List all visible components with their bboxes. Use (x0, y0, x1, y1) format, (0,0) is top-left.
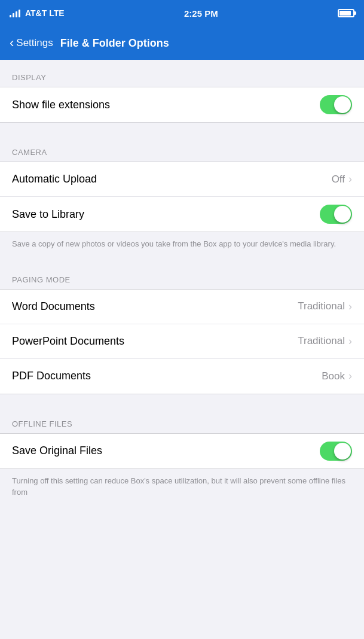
paging-mode-list-group: Word Documents Traditional › PowerPoint … (0, 289, 364, 394)
offline-files-section-header: OFFLINE FILES (0, 406, 364, 433)
automatic-upload-label: Automatic Upload (12, 173, 97, 185)
show-file-extensions-toggle[interactable] (320, 95, 352, 114)
offline-files-section: OFFLINE FILES Save Original Files Turnin… (0, 406, 364, 510)
back-chevron-icon: ‹ (10, 36, 14, 50)
back-button[interactable]: ‹ Settings (10, 36, 53, 50)
camera-section-header: CAMERA (0, 135, 364, 162)
powerpoint-documents-right: Traditional › (298, 335, 352, 348)
powerpoint-documents-chevron-icon: › (348, 335, 352, 348)
paging-mode-section: PAGING MODE Word Documents Traditional ›… (0, 262, 364, 394)
show-file-extensions-label: Show file extensions (12, 99, 110, 111)
word-documents-right: Traditional › (298, 300, 352, 313)
automatic-upload-item[interactable]: Automatic Upload Off › (0, 162, 364, 197)
save-to-library-item[interactable]: Save to Library (0, 197, 364, 232)
save-to-library-toggle[interactable] (320, 205, 352, 224)
save-original-files-label: Save Original Files (12, 445, 102, 457)
automatic-upload-chevron-icon: › (348, 173, 352, 185)
word-documents-item[interactable]: Word Documents Traditional › (0, 290, 364, 324)
time-label: 2:25 PM (184, 8, 218, 19)
paging-mode-section-header: PAGING MODE (0, 262, 364, 289)
pdf-documents-label: PDF Documents (12, 370, 91, 382)
save-to-library-toggle-knob (334, 206, 351, 223)
pdf-documents-right: Book › (322, 370, 352, 382)
display-section-header: DISPLAY (0, 60, 364, 87)
back-label: Settings (16, 37, 53, 49)
save-original-files-toggle-knob (334, 443, 351, 460)
camera-section: CAMERA Automatic Upload Off › Save to Li… (0, 135, 364, 262)
powerpoint-documents-value: Traditional (298, 335, 345, 347)
save-to-library-description: Save a copy of new photos or videos you … (0, 232, 364, 262)
signal-icon (10, 9, 20, 17)
status-bar: AT&T LTE 2:25 PM (0, 0, 364, 26)
spacer-1 (0, 123, 364, 135)
offline-files-list-group: Save Original Files (0, 433, 364, 469)
toggle-knob (334, 96, 351, 113)
camera-list-group: Automatic Upload Off › Save to Library (0, 162, 364, 232)
display-list-group: Show file extensions (0, 87, 364, 123)
battery-icon (338, 9, 354, 17)
word-documents-value: Traditional (298, 300, 345, 312)
network-type-label: LTE (49, 8, 64, 18)
pdf-documents-value: Book (322, 370, 345, 382)
pdf-documents-item[interactable]: PDF Documents Book › (0, 359, 364, 394)
save-to-library-label: Save to Library (12, 208, 84, 221)
save-original-files-description: Turning off this setting can reduce Box'… (0, 469, 364, 510)
page-title: File & Folder Options (60, 37, 169, 50)
pdf-documents-chevron-icon: › (348, 370, 352, 382)
nav-bar: ‹ Settings File & Folder Options (0, 26, 364, 60)
carrier-label: AT&T (25, 8, 47, 18)
spacer-2 (0, 394, 364, 406)
word-documents-chevron-icon: › (348, 300, 352, 313)
automatic-upload-value: Off (332, 174, 345, 185)
save-original-files-toggle[interactable] (320, 442, 352, 461)
status-right (338, 9, 354, 17)
show-file-extensions-item[interactable]: Show file extensions (0, 87, 364, 122)
powerpoint-documents-label: PowerPoint Documents (12, 335, 124, 348)
powerpoint-documents-item[interactable]: PowerPoint Documents Traditional › (0, 324, 364, 359)
status-left: AT&T LTE (10, 8, 65, 18)
automatic-upload-right: Off › (332, 173, 352, 185)
save-original-files-item[interactable]: Save Original Files (0, 434, 364, 468)
display-section: DISPLAY Show file extensions (0, 60, 364, 123)
content: DISPLAY Show file extensions CAMERA Auto… (0, 60, 364, 510)
word-documents-label: Word Documents (12, 300, 95, 313)
